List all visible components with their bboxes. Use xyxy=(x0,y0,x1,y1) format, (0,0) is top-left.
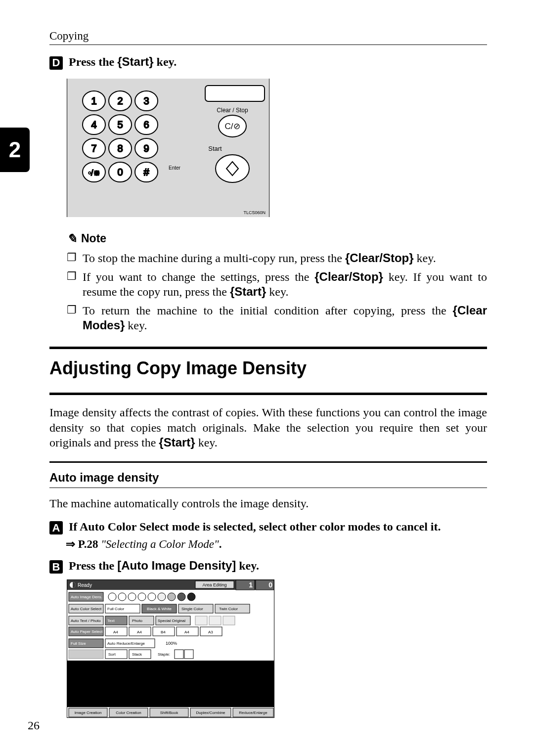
svg-text:B4: B4 xyxy=(161,630,166,634)
step-number-badge: A xyxy=(49,521,63,534)
svg-point-50 xyxy=(128,593,136,601)
svg-text:Image Creation: Image Creation xyxy=(75,711,102,715)
svg-point-32 xyxy=(216,155,249,182)
svg-text:A4: A4 xyxy=(113,630,118,634)
svg-point-48 xyxy=(108,593,116,601)
svg-text:9: 9 xyxy=(143,143,149,154)
chapter-tab: 2 xyxy=(0,128,30,172)
chapter-title: Copying xyxy=(49,30,89,42)
step-b1-ref: ⇒ P.28 "Selecting a Color Mode". xyxy=(66,537,487,551)
note-item-2: If you want to change the settings, pres… xyxy=(67,269,487,299)
svg-rect-76 xyxy=(209,616,221,625)
svg-text:Full Size: Full Size xyxy=(71,641,86,646)
svg-rect-101 xyxy=(175,650,183,659)
page-number: 26 xyxy=(28,719,40,732)
svg-text:Special Original: Special Original xyxy=(158,619,185,623)
subsection-body: The machine automatically controls the i… xyxy=(49,496,487,511)
svg-text:A4: A4 xyxy=(137,630,142,634)
note-item-1: To stop the machine during a multi-copy … xyxy=(67,251,487,266)
svg-text:100%: 100% xyxy=(166,641,177,646)
svg-rect-77 xyxy=(223,616,235,625)
svg-text:Start: Start xyxy=(208,145,222,152)
subsection-rule-2 xyxy=(49,488,487,488)
auto-image-density-key: [Auto Image Density] xyxy=(117,559,236,572)
step-number-badge: B xyxy=(49,560,63,574)
subsection-title: Auto image density xyxy=(49,471,487,485)
svg-text:A3: A3 xyxy=(208,630,213,634)
svg-text:6: 6 xyxy=(143,119,149,130)
svg-text:A4: A4 xyxy=(184,630,189,634)
note-heading: ✎ Note xyxy=(67,231,487,246)
section-intro: Image density affects the contrast of co… xyxy=(49,405,487,450)
svg-text:Photo: Photo xyxy=(132,619,142,623)
note-list: To stop the machine during a multi-copy … xyxy=(67,251,487,333)
svg-text:0: 0 xyxy=(268,581,272,589)
step-b1: A If Auto Color Select mode is selected,… xyxy=(49,520,487,534)
note-label: Note xyxy=(81,232,106,245)
svg-text:C/⊘: C/⊘ xyxy=(225,122,240,131)
svg-rect-95 xyxy=(69,650,103,659)
step-4: D Press the {Start} key. xyxy=(49,55,487,70)
svg-text:•/⋇: •/⋇ xyxy=(88,169,99,177)
svg-text:Auto Image Dens.: Auto Image Dens. xyxy=(71,595,102,599)
section-rule xyxy=(49,347,487,349)
start-key-label: {Start} xyxy=(117,55,153,68)
svg-rect-102 xyxy=(184,650,193,659)
page-header: Copying xyxy=(49,30,487,45)
subsection-rule xyxy=(49,461,487,463)
svg-text:Color Creation: Color Creation xyxy=(116,711,141,715)
section-title: Adjusting Copy Image Density xyxy=(49,358,487,379)
svg-text:TLCS060N: TLCS060N xyxy=(243,210,266,215)
note-item-3: To return the machine to the initial con… xyxy=(67,303,487,333)
svg-text:Twin Color: Twin Color xyxy=(219,607,238,611)
svg-text:5: 5 xyxy=(117,119,123,130)
svg-rect-27 xyxy=(205,86,265,101)
svg-point-49 xyxy=(118,593,126,601)
svg-text:Black & White: Black & White xyxy=(147,607,172,611)
svg-point-54 xyxy=(168,593,176,601)
svg-text:Full Color: Full Color xyxy=(107,607,125,611)
svg-text:Enter: Enter xyxy=(169,165,181,171)
svg-text:Duplex/Combine: Duplex/Combine xyxy=(196,711,225,715)
step-text-suffix: key. xyxy=(236,559,259,572)
svg-text:0: 0 xyxy=(117,167,123,178)
svg-text:Sort: Sort xyxy=(108,652,116,657)
control-panel-figure: Ready Area Editing 1 0 Auto Image Dens. xyxy=(67,579,487,720)
step-text-prefix: Press the xyxy=(69,55,117,68)
svg-text:Auto Reduce/Enlarge: Auto Reduce/Enlarge xyxy=(107,641,145,646)
svg-text:Area Editing: Area Editing xyxy=(202,582,226,587)
svg-text:1: 1 xyxy=(91,95,96,106)
svg-text:Clear / Stop: Clear / Stop xyxy=(217,107,248,114)
svg-point-52 xyxy=(148,593,156,601)
svg-text:3: 3 xyxy=(143,95,149,106)
svg-text:1: 1 xyxy=(249,581,253,589)
svg-rect-75 xyxy=(195,616,207,625)
svg-text:2: 2 xyxy=(117,95,123,106)
svg-text:7: 7 xyxy=(91,143,96,154)
svg-text:Single Color: Single Color xyxy=(181,607,203,611)
step-text-suffix: key. xyxy=(154,55,177,68)
svg-point-51 xyxy=(138,593,146,601)
svg-text:Stack: Stack xyxy=(132,652,142,657)
section-rule-2 xyxy=(49,393,487,395)
svg-text:Reduce/Enlarge: Reduce/Enlarge xyxy=(239,711,267,715)
svg-text:Staple:: Staple: xyxy=(158,652,170,657)
svg-text:Auto Paper Select: Auto Paper Select xyxy=(71,629,103,634)
svg-text:Text: Text xyxy=(107,619,115,623)
svg-text:#: # xyxy=(143,167,149,178)
svg-text:Auto Color Select: Auto Color Select xyxy=(71,607,102,611)
svg-text:Ready: Ready xyxy=(78,582,92,588)
keypad-figure: 1 2 3 4 5 6 7 8 9 •/⋇ 0 # Clear / Stop C… xyxy=(67,79,487,219)
svg-rect-103 xyxy=(67,661,274,707)
step-text-prefix: Press the xyxy=(69,559,117,572)
svg-text:Shift/Book: Shift/Book xyxy=(160,711,178,715)
step-number-badge: D xyxy=(49,56,63,70)
svg-text:8: 8 xyxy=(117,143,123,154)
pencil-icon: ✎ xyxy=(67,231,77,246)
svg-point-56 xyxy=(187,593,195,601)
svg-text:Auto Text / Photo: Auto Text / Photo xyxy=(71,619,101,623)
step-text: If Auto Color Select mode is selected, s… xyxy=(69,520,441,533)
svg-text:4: 4 xyxy=(91,119,96,130)
step-b2: B Press the [Auto Image Density] key. xyxy=(49,559,487,574)
svg-point-53 xyxy=(158,593,166,601)
